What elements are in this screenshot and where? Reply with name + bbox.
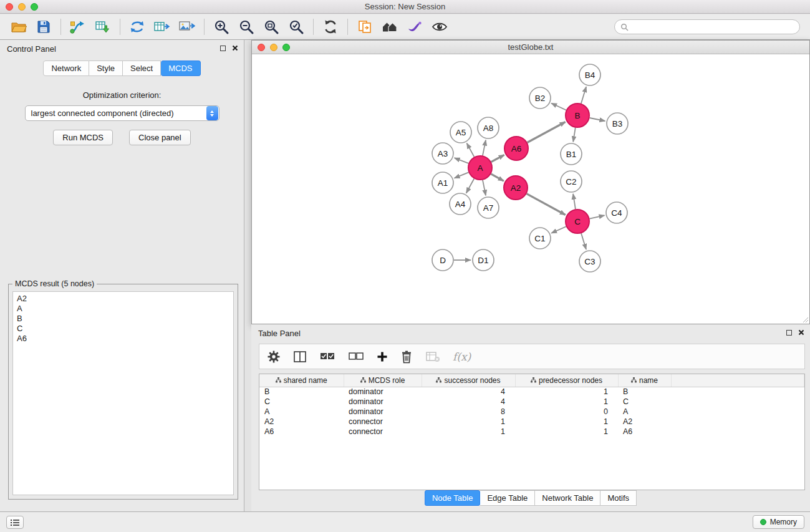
- task-history-button[interactable]: [6, 516, 24, 529]
- graph-node-C[interactable]: C: [566, 210, 589, 233]
- refresh-layout-button[interactable]: [318, 16, 343, 37]
- column-header-name[interactable]: name: [618, 374, 671, 387]
- column-header-predecessor-nodes[interactable]: predecessor nodes: [515, 374, 618, 387]
- mcds-result-item[interactable]: B: [17, 314, 229, 324]
- table-cell[interactable]: dominator: [344, 387, 422, 397]
- graph-node-A2[interactable]: A2: [504, 176, 528, 200]
- memory-button[interactable]: Memory: [753, 515, 804, 529]
- table-row[interactable]: A6connector11A6: [259, 427, 804, 437]
- table-cell[interactable]: A2: [618, 417, 671, 427]
- graph-node-A5[interactable]: A5: [450, 122, 471, 143]
- search-input[interactable]: [632, 22, 794, 31]
- graph-edge-B-B4[interactable]: [581, 87, 586, 104]
- graph-edge-A-A7[interactable]: [483, 180, 486, 196]
- table-cell[interactable]: connector: [344, 427, 422, 437]
- mcds-result-item[interactable]: C: [17, 324, 229, 334]
- deselect-all-columns-icon[interactable]: [348, 351, 364, 363]
- graph-node-B2[interactable]: B2: [529, 87, 551, 109]
- delete-column-icon[interactable]: [400, 350, 413, 364]
- column-header-MCDS-role[interactable]: MCDS role: [344, 374, 422, 387]
- run-mcds-button[interactable]: Run MCDS: [53, 130, 113, 145]
- graph-edge-A-A5[interactable]: [467, 143, 475, 157]
- table-row[interactable]: Adominator80A: [259, 407, 804, 417]
- apply-style-button[interactable]: [402, 16, 427, 37]
- zoom-fit-button[interactable]: [259, 16, 284, 37]
- graph-edge-C-C3[interactable]: [581, 233, 586, 249]
- graph-edge-A-A1[interactable]: [455, 172, 469, 178]
- table-cell[interactable]: A: [618, 407, 671, 417]
- graph-node-A[interactable]: A: [468, 156, 492, 180]
- graph-node-A8[interactable]: A8: [478, 117, 499, 138]
- close-panel-button[interactable]: Close panel: [129, 130, 191, 145]
- table-cell[interactable]: C: [618, 397, 671, 407]
- graph-edge-A-A4[interactable]: [466, 179, 475, 193]
- network-minimize-button[interactable]: [270, 44, 277, 51]
- table-cell[interactable]: 1: [515, 397, 618, 407]
- network-close-button[interactable]: [258, 44, 265, 51]
- graph-node-C3[interactable]: C3: [579, 251, 600, 272]
- tab-mcds[interactable]: MCDS: [161, 60, 200, 76]
- update-network-button[interactable]: [125, 16, 150, 37]
- table-cell[interactable]: 1: [515, 427, 618, 437]
- table-cell[interactable]: 4: [422, 397, 515, 407]
- tab-node-table[interactable]: Node Table: [425, 490, 481, 506]
- mcds-result-item[interactable]: A2: [17, 294, 229, 304]
- show-networks-button[interactable]: [377, 16, 402, 37]
- open-session-button[interactable]: [6, 16, 31, 37]
- import-table-button[interactable]: [90, 16, 115, 37]
- graph-edge-A-A2[interactable]: [491, 174, 503, 181]
- select-all-columns-icon[interactable]: [319, 351, 335, 363]
- graph-node-A3[interactable]: A3: [432, 143, 453, 164]
- table-row[interactable]: Cdominator41C: [259, 397, 804, 407]
- table-row[interactable]: Bdominator41B: [259, 387, 804, 397]
- tab-motifs[interactable]: Motifs: [600, 490, 637, 506]
- graph-edge-A-A8[interactable]: [483, 140, 486, 156]
- table-cell[interactable]: 1: [422, 417, 515, 427]
- column-header-successor-nodes[interactable]: successor nodes: [422, 374, 515, 387]
- tab-network[interactable]: Network: [43, 60, 89, 76]
- add-column-icon[interactable]: [377, 351, 388, 362]
- tab-select[interactable]: Select: [123, 60, 161, 76]
- criterion-dropdown[interactable]: largest connected component (directed): [25, 105, 219, 121]
- toggle-visibility-button[interactable]: [427, 16, 452, 37]
- graph-edge-B-B2[interactable]: [551, 104, 566, 110]
- zoom-out-button[interactable]: [234, 16, 259, 37]
- graph-node-A1[interactable]: A1: [432, 172, 453, 193]
- close-window-button[interactable]: [6, 3, 13, 11]
- graph-edge-B-B3[interactable]: [590, 118, 605, 121]
- graph-node-D1[interactable]: D1: [473, 249, 494, 271]
- table-cell[interactable]: dominator: [344, 407, 422, 417]
- table-cell[interactable]: 1: [515, 417, 618, 427]
- tab-edge-table[interactable]: Edge Table: [480, 490, 535, 506]
- network-canvas[interactable]: B4B2BB3A5A8A6B1A3AC2A1A2A4A7C4CC1C3DD1: [252, 54, 809, 324]
- close-panel-icon[interactable]: [232, 45, 238, 51]
- graph-edge-A6-B[interactable]: [528, 122, 566, 143]
- network-zoom-button[interactable]: [282, 44, 290, 51]
- show-columns-icon[interactable]: [293, 351, 307, 363]
- graph-edge-B-B1[interactable]: [573, 128, 576, 142]
- graph-edge-C-C2[interactable]: [573, 194, 576, 209]
- export-image-button[interactable]: [175, 16, 200, 37]
- resize-grip-icon[interactable]: [801, 316, 809, 323]
- mcds-result-item[interactable]: A6: [17, 334, 229, 344]
- graph-edge-A-A6[interactable]: [491, 155, 504, 162]
- export-table-button[interactable]: [150, 16, 175, 37]
- graph-node-C4[interactable]: C4: [606, 202, 627, 223]
- table-cell[interactable]: B: [618, 387, 671, 397]
- table-cell[interactable]: 1: [422, 427, 515, 437]
- graph-node-B4[interactable]: B4: [579, 64, 600, 85]
- table-cell[interactable]: A6: [618, 427, 671, 437]
- table-cell[interactable]: 4: [422, 387, 515, 397]
- graph-node-A7[interactable]: A7: [478, 197, 499, 218]
- search-field[interactable]: [614, 19, 800, 34]
- mcds-result-item[interactable]: A: [17, 304, 229, 314]
- minimize-window-button[interactable]: [18, 3, 26, 11]
- zoom-selected-button[interactable]: [284, 16, 309, 37]
- zoom-in-button[interactable]: [209, 16, 234, 37]
- mcds-result-list[interactable]: A2ABCA6: [12, 291, 234, 495]
- graph-node-C2[interactable]: C2: [561, 171, 582, 192]
- import-network-button[interactable]: [65, 16, 90, 37]
- close-panel-icon[interactable]: [798, 329, 804, 336]
- table-cell[interactable]: A: [259, 407, 344, 417]
- graph-node-B1[interactable]: B1: [561, 143, 582, 165]
